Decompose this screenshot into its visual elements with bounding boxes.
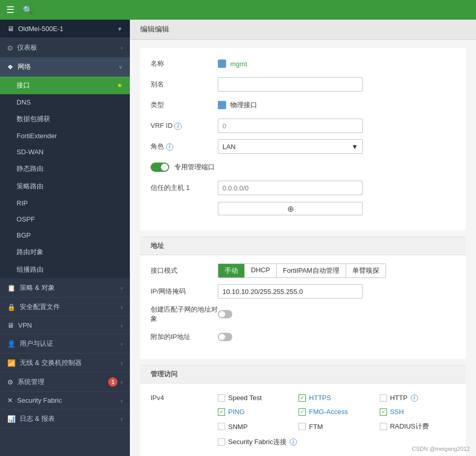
content-header: 编辑编辑 xyxy=(130,20,476,40)
additional-ip-label: 附加的IP地址 xyxy=(151,332,218,342)
watermark: CSDN @meigang2012 xyxy=(412,446,470,452)
https-checkbox[interactable] xyxy=(299,394,306,402)
create-subnet-toggle[interactable] xyxy=(218,310,232,318)
trusted-host-input[interactable] xyxy=(218,181,363,195)
multicast-route-label: 组播路由 xyxy=(17,265,43,274)
security-fabric-connect-row: Security Fabric连接 i xyxy=(218,437,375,447)
ftm-label: FTM xyxy=(309,423,323,431)
name-value: mgmt xyxy=(230,60,247,68)
sidebar-sub-item-ospf[interactable]: OSPF xyxy=(0,211,130,227)
sidebar-item-security-fabric[interactable]: ✕ Security Fabric › xyxy=(0,392,130,409)
sidebar-item-label: 用户与认证 xyxy=(20,339,53,348)
sidebar-sub-item-rip[interactable]: RIP xyxy=(0,195,130,211)
ip-mask-row: IP/网络掩码 xyxy=(151,284,455,299)
fmg-label: FMG-Access xyxy=(309,408,348,416)
menu-icon[interactable]: ☰ xyxy=(6,4,14,16)
sidebar-device[interactable]: 🖥 OldMei-500E-1 ▼ xyxy=(0,20,130,38)
role-info-icon[interactable]: i xyxy=(166,143,173,151)
sidebar-item-dashboard[interactable]: ⊙ 仪表板 › xyxy=(0,38,130,57)
additional-ip-row: 附加的IP地址 xyxy=(151,330,455,344)
mgmt-access-section: IPv4 Speed Test HTTPS xyxy=(140,384,466,456)
dns-label: DNS xyxy=(17,98,31,106)
security-fabric-info-icon[interactable]: i xyxy=(290,438,297,446)
sidebar-sub-item-fortiextender[interactable]: FortiExtender xyxy=(0,128,130,144)
vrf-info-icon[interactable]: i xyxy=(174,123,182,130)
snmp-row: SNMP xyxy=(218,422,293,431)
sidebar-sub-item-multicast-route[interactable]: 组播路由 xyxy=(0,261,130,278)
alias-row: 别名 xyxy=(151,77,455,92)
log-icon: 📊 xyxy=(7,415,16,423)
wireless-icon: 📶 xyxy=(7,359,16,367)
network-icon: ❖ xyxy=(7,63,13,71)
device-chevron: ▼ xyxy=(117,26,123,32)
dedicated-mgmt-toggle[interactable] xyxy=(151,163,169,172)
speed-test-checkbox[interactable] xyxy=(218,394,225,402)
http-info-icon[interactable]: i xyxy=(411,394,418,402)
chevron-right: › xyxy=(121,379,123,385)
basic-info-section: 名称 mgmt 别名 类型 xyxy=(140,48,466,230)
sidebar-item-vpn[interactable]: 🖥 VPN › xyxy=(0,317,130,334)
policy-route-label: 策略路由 xyxy=(17,182,43,191)
ip-mask-input[interactable] xyxy=(218,284,363,299)
sidebar-sub-item-policy-route[interactable]: 策略路由 xyxy=(0,178,130,195)
ping-checkbox[interactable] xyxy=(218,408,225,416)
ping-row: PING xyxy=(218,408,293,416)
alias-input[interactable] xyxy=(218,77,363,92)
fmg-checkbox[interactable] xyxy=(299,408,306,416)
mode-dhcp[interactable]: DHCP xyxy=(245,264,277,277)
sidebar-item-log-report[interactable]: 📊 日志 & 报表 › xyxy=(0,409,130,429)
vpn-icon: 🖥 xyxy=(7,321,14,329)
role-dropdown-icon: ▼ xyxy=(351,143,358,151)
sidebar-item-system[interactable]: ⚙ 系统管理 1 › xyxy=(0,373,130,392)
mode-fortiipam[interactable]: FortiIPAM自动管理 xyxy=(277,264,346,277)
type-row: 类型 物理接口 xyxy=(151,98,455,112)
additional-ip-toggle[interactable] xyxy=(218,333,232,341)
sidebar-item-label: 网络 xyxy=(18,62,31,71)
alias-label: 别名 xyxy=(151,80,218,89)
device-icon: 🖥 xyxy=(7,25,14,33)
sidebar-item-label: 仪表板 xyxy=(17,43,37,52)
sidebar-item-network[interactable]: ❖ 网络 ∨ xyxy=(0,57,130,77)
sidebar-item-policy-objects[interactable]: 📋 策略 & 对象 › xyxy=(0,278,130,298)
sidebar-item-user-auth[interactable]: 👤 用户与认证 › xyxy=(0,334,130,354)
sidebar-item-label: 安全配置文件 xyxy=(20,302,60,312)
sidebar-sub-item-bgp[interactable]: BGP xyxy=(0,227,130,243)
vrf-input[interactable] xyxy=(218,119,363,133)
sidebar-item-label: 策略 & 对象 xyxy=(20,283,55,292)
snmp-checkbox[interactable] xyxy=(218,423,225,430)
sidebar-sub-item-packet-capture[interactable]: 数据包捕获 xyxy=(0,110,130,128)
ping-label: PING xyxy=(228,408,245,416)
role-select[interactable]: LAN ▼ xyxy=(218,139,363,154)
ssh-checkbox[interactable] xyxy=(380,408,387,416)
sidebar-sub-item-static-route[interactable]: 静态路由 xyxy=(0,160,130,178)
sidebar-item-security-profiles[interactable]: 🔒 安全配置文件 › xyxy=(0,298,130,317)
mode-manual[interactable]: 手动 xyxy=(218,264,245,277)
radius-label: RADIUS计费 xyxy=(390,422,429,431)
ftm-checkbox[interactable] xyxy=(299,423,306,430)
sidebar-sub-item-interface[interactable]: 接口 ★ xyxy=(0,77,130,94)
sidebar-sub-item-sdwan[interactable]: SD-WAN xyxy=(0,144,130,160)
sidebar-sub-item-route-object[interactable]: 路由对象 xyxy=(0,243,130,261)
ospf-label: OSPF xyxy=(17,215,35,223)
interface-label: 接口 xyxy=(17,81,30,90)
add-trusted-host-button[interactable]: ⊕ xyxy=(218,202,363,215)
create-subnet-row: 创建匹配子网的地址对象 xyxy=(151,305,455,323)
radius-row: RADIUS计费 xyxy=(380,422,455,431)
sidebar-item-wireless[interactable]: 📶 无线 & 交换机控制器 › xyxy=(0,354,130,373)
role-row: 角色 i LAN ▼ xyxy=(151,139,455,154)
ssh-label: SSH xyxy=(390,408,404,416)
sidebar-sub-network: 接口 ★ DNS 数据包捕获 FortiExtender SD-WAN 静态路由… xyxy=(0,77,130,278)
search-icon[interactable]: 🔍 xyxy=(23,5,33,15)
http-checkbox[interactable] xyxy=(380,394,387,402)
radius-checkbox[interactable] xyxy=(380,423,387,430)
security-fabric-checkbox[interactable] xyxy=(218,438,225,446)
iface-icon xyxy=(218,60,226,68)
sidebar-sub-item-dns[interactable]: DNS xyxy=(0,94,130,110)
sidebar-item-label: VPN xyxy=(18,321,32,329)
mode-sniff[interactable]: 单臂嗅探 xyxy=(346,264,385,277)
interface-mode-row: 接口模式 手动 DHCP FortiIPAM自动管理 单臂嗅探 xyxy=(151,263,455,278)
role-value: LAN xyxy=(222,143,235,151)
star-icon[interactable]: ★ xyxy=(117,82,123,89)
security-fabric-label: Security Fabric连接 xyxy=(228,437,287,447)
system-badge: 1 xyxy=(108,377,117,387)
